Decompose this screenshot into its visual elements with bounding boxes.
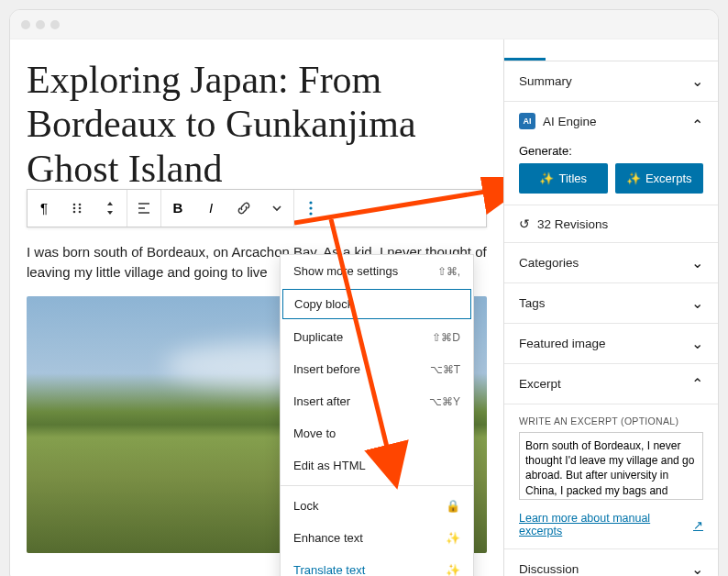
app-body: Exploring Japan: From Bordeaux to Gunkan…	[10, 39, 718, 576]
chevron-down-icon: ⌄	[691, 560, 703, 576]
button-label: Titles	[558, 172, 587, 185]
menu-translate-text[interactable]: Translate text✨	[281, 554, 473, 576]
chevron-down-icon: ⌄	[691, 294, 703, 312]
link-icon[interactable]	[227, 192, 260, 225]
svg-point-6	[309, 201, 312, 204]
panel-label: Discussion	[519, 562, 579, 576]
menu-lock[interactable]: Lock🔒	[281, 490, 473, 522]
menu-move-to[interactable]: Move to	[281, 417, 473, 449]
panel-label: Categories	[519, 256, 579, 270]
panel-label: Excerpt	[519, 377, 561, 391]
shortcut: ⇧⌘,	[437, 265, 460, 278]
menu-enhance-text[interactable]: Enhance text✨	[281, 522, 473, 554]
menu-label: Show more settings	[293, 264, 398, 278]
chevron-down-icon[interactable]	[260, 192, 293, 225]
panel-label: AI Engine	[543, 115, 597, 128]
menu-label: Duplicate	[293, 330, 343, 344]
menu-label: Lock	[293, 499, 318, 513]
panel-label: Featured image	[519, 337, 606, 350]
window-dot	[36, 20, 45, 29]
svg-point-3	[79, 207, 82, 210]
excerpt-textarea[interactable]	[519, 432, 703, 500]
chevron-down-icon: ⌄	[691, 335, 703, 352]
panel-featured-image[interactable]: Featured image⌄	[504, 324, 718, 364]
block-toolbar: ¶ B I	[27, 189, 487, 227]
sidebar-tabs	[504, 39, 718, 61]
tab-post[interactable]	[504, 39, 546, 61]
settings-sidebar: Summary⌄ AIAI Engine ⌃ Generate: ✨Titles…	[503, 39, 718, 576]
chevron-up-icon: ⌃	[691, 375, 703, 393]
panel-label: Tags	[519, 296, 546, 310]
menu-label: Edit as HTML	[293, 459, 366, 472]
menu-label: Copy block	[294, 297, 353, 311]
move-updown-icon[interactable]	[94, 192, 127, 225]
svg-point-7	[309, 206, 312, 209]
align-icon[interactable]	[127, 192, 160, 225]
external-icon: ↗	[693, 518, 703, 532]
excerpt-body: WRITE AN EXCERPT (OPTIONAL) Learn more a…	[504, 404, 718, 549]
lock-icon: 🔒	[446, 499, 460, 513]
window-dot	[50, 20, 60, 29]
panel-tags[interactable]: Tags⌄	[504, 283, 718, 324]
svg-point-4	[73, 211, 76, 214]
menu-label: Insert before	[293, 362, 360, 376]
history-icon: ↺	[519, 216, 530, 231]
svg-point-2	[73, 207, 76, 210]
tab-block[interactable]	[546, 39, 571, 61]
menu-edit-html[interactable]: Edit as HTML	[281, 449, 473, 482]
generate-titles-button[interactable]: ✨Titles	[519, 163, 608, 194]
chevron-down-icon: ⌄	[691, 254, 703, 271]
link-label: Learn more about manual excerpts	[519, 512, 689, 537]
panel-label: Summary	[519, 74, 572, 88]
window-dot	[21, 20, 30, 29]
menu-show-more[interactable]: Show more settings⇧⌘,	[281, 255, 473, 287]
svg-point-5	[79, 211, 82, 214]
menu-label: Enhance text	[293, 531, 363, 545]
menu-label: Move to	[293, 426, 336, 440]
excerpt-field-label: WRITE AN EXCERPT (OPTIONAL)	[519, 415, 703, 426]
menu-insert-before[interactable]: Insert before⌥⌘T	[281, 353, 473, 385]
post-title[interactable]: Exploring Japan: From Bordeaux to Gunkan…	[27, 58, 487, 191]
panel-categories[interactable]: Categories⌄	[504, 243, 718, 283]
editor-area: Exploring Japan: From Bordeaux to Gunkan…	[10, 39, 503, 576]
button-label: Excerpts	[645, 172, 692, 185]
menu-divider	[281, 485, 473, 486]
generate-label: Generate:	[519, 144, 703, 158]
panel-label: 32 Revisions	[537, 217, 608, 231]
chevron-up-icon[interactable]: ⌃	[691, 116, 703, 134]
browser-window: Exploring Japan: From Bordeaux to Gunkan…	[9, 9, 719, 576]
wand-icon: ✨	[446, 531, 460, 545]
excerpt-help-link[interactable]: Learn more about manual excerpts↗	[519, 512, 703, 537]
menu-label: Insert after	[293, 394, 350, 408]
svg-point-1	[79, 204, 82, 206]
panel-revisions[interactable]: ↺32 Revisions	[504, 205, 718, 243]
drag-handle-icon[interactable]	[61, 192, 94, 225]
menu-duplicate[interactable]: Duplicate⇧⌘D	[281, 321, 473, 353]
menu-label: Translate text	[293, 563, 365, 576]
chevron-down-icon: ⌄	[691, 72, 703, 90]
wand-icon: ✨	[539, 172, 554, 185]
shortcut: ⇧⌘D	[432, 331, 460, 344]
panel-ai-engine: AIAI Engine ⌃ Generate: ✨Titles ✨Excerpt…	[504, 102, 718, 205]
more-options-icon[interactable]	[294, 192, 327, 225]
block-options-menu: Show more settings⇧⌘, Copy block Duplica…	[280, 254, 474, 576]
wand-icon: ✨	[446, 563, 460, 576]
paragraph-icon[interactable]: ¶	[28, 192, 61, 225]
generate-excerpts-button[interactable]: ✨Excerpts	[615, 163, 704, 194]
menu-insert-after[interactable]: Insert after⌥⌘Y	[281, 385, 473, 417]
panel-discussion[interactable]: Discussion⌄	[504, 549, 718, 576]
bold-button[interactable]: B	[161, 192, 194, 225]
wand-icon: ✨	[626, 172, 641, 185]
ai-engine-icon: AI	[519, 113, 535, 129]
window-titlebar	[10, 10, 718, 39]
shortcut: ⌥⌘Y	[429, 395, 460, 408]
svg-point-8	[309, 212, 312, 215]
italic-button[interactable]: I	[194, 192, 227, 225]
shortcut: ⌥⌘T	[430, 363, 460, 376]
panel-summary[interactable]: Summary⌄	[504, 61, 718, 102]
svg-point-0	[73, 204, 76, 206]
menu-copy-block[interactable]: Copy block	[282, 289, 471, 319]
panel-excerpt[interactable]: Excerpt⌃	[504, 364, 718, 404]
